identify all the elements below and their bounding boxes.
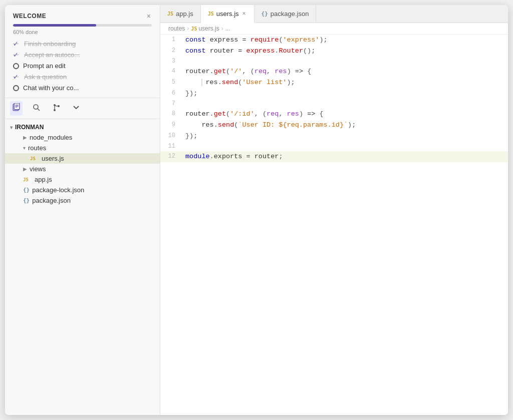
code-editor[interactable]: 1 const express = require('express'); 2 … [160, 35, 508, 415]
json-icon: {} [262, 11, 268, 17]
sidebar: WELCOME × 60% done ✓ Finish onboarding ✓… [5, 5, 160, 415]
breadcrumb-separator: › [221, 25, 223, 32]
line-content[interactable]: res.send('User list'); [181, 77, 508, 88]
line-content[interactable]: module.exports = router; [181, 151, 508, 162]
line-content[interactable]: const express = require('express'); [181, 35, 508, 46]
tab-package-json[interactable]: {} package.json [254, 5, 317, 23]
checklist-item[interactable]: Chat with your co... [13, 84, 152, 92]
line-number: 4 [160, 66, 181, 77]
tree-root-label-text: IRONMAN [15, 124, 44, 131]
json-file-icon: {} [23, 187, 30, 193]
app-container: WELCOME × 60% done ✓ Finish onboarding ✓… [5, 5, 508, 415]
checklist: ✓ Finish onboarding ✓ Accept an autoco..… [13, 40, 152, 92]
chevron-down-icon: ▾ [10, 125, 13, 130]
tree-item-users-js[interactable]: JS users.js [5, 153, 160, 164]
tree-item-label: package-lock.json [32, 186, 84, 194]
line-content[interactable]: res.send(`User ID: ${req.params.id}`); [181, 120, 508, 131]
tab-label: app.js [176, 10, 193, 18]
code-line-2: 2 const router = express.Router(); [160, 46, 508, 57]
code-line-12: 12 module.exports = router; [160, 151, 508, 162]
tree-item-node-modules[interactable]: ▶ node_modules [5, 132, 160, 143]
line-content[interactable]: }); [181, 131, 508, 142]
check-icon: ✓ [13, 51, 20, 59]
tree-item-routes[interactable]: ▾ routes [5, 143, 160, 153]
breadcrumb-routes[interactable]: routes [168, 25, 185, 32]
line-number: 6 [160, 88, 181, 99]
line-content[interactable]: router.get('/', (req, res) => { [181, 66, 508, 77]
breadcrumb-users-js[interactable]: JS users.js [191, 25, 219, 32]
checklist-item-label: Finish onboarding [24, 40, 76, 48]
chevron-right-icon: ▶ [23, 135, 27, 140]
welcome-header: WELCOME × [13, 12, 152, 20]
svg-point-2 [34, 105, 38, 109]
checklist-item-label: Ask a question [24, 73, 67, 81]
tab-close-button[interactable]: × [241, 10, 247, 18]
code-line-1: 1 const express = require('express'); [160, 35, 508, 46]
tree-item-label: routes [28, 144, 46, 152]
code-lines: 1 const express = require('express'); 2 … [160, 35, 508, 162]
checklist-item[interactable]: ✓ Accept an autoco... [13, 51, 152, 59]
branch-icon[interactable] [51, 102, 63, 116]
json-file-icon: {} [23, 197, 30, 204]
line-content[interactable] [181, 141, 508, 151]
line-number: 2 [160, 46, 181, 57]
js-file-icon: JS [30, 156, 39, 161]
tree-item-views[interactable]: ▶ views [5, 164, 160, 174]
code-line-10: 10 }); [160, 131, 508, 142]
welcome-close-button[interactable]: × [146, 12, 152, 20]
checklist-item-label: Prompt an edit [23, 62, 66, 70]
search-icon[interactable] [31, 102, 43, 116]
line-content[interactable] [181, 56, 508, 66]
line-number: 5 [160, 77, 181, 88]
breadcrumb-ellipsis[interactable]: ... [225, 25, 230, 32]
progress-bar-fill [13, 24, 96, 27]
welcome-title: WELCOME [13, 13, 46, 20]
checklist-item[interactable]: ✓ Ask a question [13, 73, 152, 81]
tree-item-package-json[interactable]: {} package.json [5, 195, 160, 206]
tree-item-label: users.js [42, 155, 64, 162]
check-icon: ✓ [13, 40, 20, 48]
code-line-9: 9 res.send(`User ID: ${req.params.id}`); [160, 120, 508, 131]
chevron-down-icon[interactable] [71, 102, 82, 115]
line-content[interactable]: router.get('/:id', (req, res) => { [181, 109, 508, 120]
tree-item-label: node_modules [30, 134, 72, 141]
checklist-item[interactable]: Prompt an edit [13, 62, 152, 70]
checklist-item-label: Chat with your co... [23, 84, 79, 92]
tab-label: package.json [271, 10, 309, 18]
js-file-icon: JS [23, 177, 32, 182]
tree-item-label: app.js [35, 176, 52, 183]
progress-label: 60% done [13, 29, 152, 35]
check-icon: ✓ [13, 73, 20, 81]
checklist-item[interactable]: ✓ Finish onboarding [13, 40, 152, 48]
line-number: 8 [160, 109, 181, 120]
line-content[interactable] [181, 99, 508, 109]
code-line-7: 7 [160, 99, 508, 109]
code-line-11: 11 [160, 141, 508, 151]
tree-item-app-js[interactable]: JS app.js [5, 174, 160, 185]
svg-line-3 [38, 109, 40, 111]
copy-icon[interactable] [10, 101, 23, 116]
circle-icon [13, 63, 19, 69]
line-number: 3 [160, 56, 181, 66]
line-number: 1 [160, 35, 181, 46]
js-icon: JS [208, 11, 214, 17]
breadcrumb-separator: › [187, 25, 189, 32]
line-number: 12 [160, 151, 181, 162]
file-tree: ▾ IRONMAN ▶ node_modules ▾ routes JS use… [5, 119, 160, 415]
code-line-3: 3 [160, 56, 508, 66]
editor-area: JS app.js JS users.js × {} package.json … [160, 5, 508, 415]
tree-root-ironman[interactable]: ▾ IRONMAN [5, 122, 160, 132]
breadcrumb: routes › JS users.js › ... [160, 23, 508, 35]
sidebar-toolbar [5, 98, 160, 119]
code-line-5: 5 res.send('User list'); [160, 77, 508, 88]
welcome-panel: WELCOME × 60% done ✓ Finish onboarding ✓… [5, 5, 160, 98]
tab-users-js[interactable]: JS users.js × [201, 5, 254, 23]
line-content[interactable]: const router = express.Router(); [181, 46, 508, 57]
checklist-item-label: Accept an autoco... [24, 51, 80, 59]
code-line-6: 6 }); [160, 88, 508, 99]
line-content[interactable]: }); [181, 88, 508, 99]
breadcrumb-filename: users.js [198, 25, 219, 32]
tree-item-package-lock-json[interactable]: {} package-lock.json [5, 185, 160, 195]
tab-app-js[interactable]: JS app.js [160, 5, 201, 23]
tab-label: users.js [216, 10, 239, 18]
